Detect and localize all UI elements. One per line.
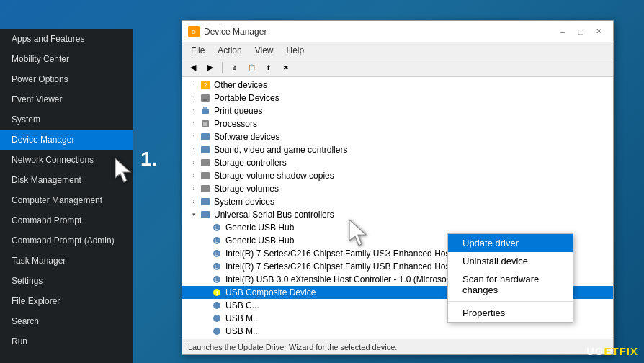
svg-text:U: U [215,277,219,283]
storage-vol-icon [200,183,211,194]
start-menu-cmd[interactable]: Command Prompt [0,210,133,230]
step1-label: 1. [140,148,157,171]
start-menu-system[interactable]: System [0,109,133,130]
svg-text:U: U [215,264,219,270]
start-menu-computer-mgmt[interactable]: Computer Management [0,190,133,210]
start-menu-cmd-admin[interactable]: Command Prompt (Admin) [0,230,133,251]
ctx-update-driver[interactable]: Update driver [448,234,573,252]
start-menu-mobility[interactable]: Mobility Center [0,49,133,69]
storage-shadow-icon [200,170,211,182]
window-controls: – □ ✕ [554,24,607,39]
tree-sound[interactable]: › Sound, video and game controllers [182,143,613,156]
processors-icon [200,118,211,130]
start-menu-file-explorer[interactable]: File Explorer [0,291,133,311]
tree-other-devices[interactable]: › ? Other devices [182,79,613,91]
svg-text:U: U [215,225,219,231]
toolbar: ◀ ▶ 🖥 📋 ⬆ ✖ [182,58,613,77]
intel-usb-icon-3: U [211,274,223,285]
svg-rect-13 [201,159,210,166]
tree-storage-ctrl[interactable]: › Storage controllers [182,156,613,169]
tree-storage-shadow[interactable]: › Storage volume shadow copies [182,169,613,182]
usb-composite-icon: ! [211,287,223,298]
other-devices-icon: ? [200,79,211,91]
titlebar: D Device Manager – □ ✕ [182,21,613,42]
tree-storage-vol[interactable]: › Storage volumes [182,182,613,195]
svg-text:D: D [192,29,196,35]
start-menu-search[interactable]: Search [0,311,133,331]
menu-help[interactable]: Help [281,44,310,57]
usb-m2-icon [211,326,223,337]
tree-usb-controllers[interactable]: ▾ Universal Serial Bus controllers [182,208,613,221]
tree-system-devices[interactable]: › System devices [182,195,613,208]
svg-rect-10 [203,122,207,126]
svg-text:U: U [215,251,219,257]
menu-file[interactable]: File [185,44,210,57]
tree-usb-m2[interactable]: USB M... [182,325,613,338]
window-title: Device Manager [204,27,267,37]
branding-highlight: ETFIX [604,345,638,357]
svg-text:U: U [215,238,219,244]
start-menu-shutdown[interactable]: Shut down or sign out [0,357,133,363]
start-menu-power[interactable]: Power Options [0,69,133,89]
toolbar-back[interactable]: ◀ [185,60,201,75]
svg-rect-6 [203,99,207,101]
start-menu: Apps and Features Mobility Center Power … [0,29,133,363]
svg-point-30 [213,302,220,309]
start-menu-apps[interactable]: Apps and Features [0,29,133,49]
svg-point-31 [213,315,220,322]
storage-ctrl-icon [200,157,211,169]
svg-rect-14 [201,172,210,179]
toolbar-forward[interactable]: ▶ [202,60,218,75]
start-menu-run[interactable]: Run [0,331,133,351]
usb-m1-icon [211,313,223,324]
title-left: D Device Manager [188,26,267,37]
menu-view[interactable]: View [249,44,279,57]
tree-processors[interactable]: › Processors [182,117,613,130]
toolbar-scan[interactable]: 🖥 [226,60,242,75]
portable-icon [200,92,211,104]
desktop: Apps and Features Mobility Center Power … [0,0,644,363]
ctx-properties[interactable]: Properties [448,304,573,322]
intel-usb-icon-2: U [211,261,223,272]
ctx-scan[interactable]: Scan for hardware changes [448,270,573,299]
tree-print[interactable]: › Print queues [182,104,613,117]
svg-rect-15 [201,185,210,192]
svg-rect-7 [202,109,209,114]
tree-usb-m3[interactable]: USB M... [182,338,613,339]
svg-rect-12 [201,146,210,153]
device-manager-window: D Device Manager – □ ✕ File Action View … [182,20,614,355]
start-menu-network[interactable]: Network Connections [0,150,133,170]
usb-c1-icon [211,300,223,311]
ctx-uninstall[interactable]: Uninstall device [448,252,573,270]
context-menu: Update driver Uninstall device Scan for … [447,233,573,323]
intel-usb-icon-1: U [211,248,223,259]
tree-portable[interactable]: › Portable Devices [182,91,613,104]
start-menu-disk[interactable]: Disk Management [0,170,133,190]
tree-generic-hub-1[interactable]: U Generic USB Hub [182,221,613,234]
print-icon [200,105,211,117]
close-button[interactable]: ✕ [590,24,607,39]
start-menu-settings[interactable]: Settings [0,271,133,291]
toolbar-properties[interactable]: 📋 [243,60,259,75]
tree-software[interactable]: › Software devices [182,130,613,143]
svg-rect-17 [201,211,210,218]
usb-controllers-icon [200,209,211,220]
start-menu-device-manager[interactable]: Device Manager [0,130,133,150]
status-text: Launches the Update Driver Wizard for th… [188,343,397,351]
start-menu-event[interactable]: Event Viewer [0,89,133,109]
svg-text:!: ! [216,290,218,296]
maximize-button[interactable]: □ [572,24,589,39]
toolbar-uninstall[interactable]: ✖ [278,60,294,75]
system-devices-icon [200,196,211,207]
toolbar-update[interactable]: ⬆ [261,60,277,75]
svg-rect-8 [203,107,207,109]
toolbar-sep1 [222,62,223,73]
svg-rect-16 [201,198,210,205]
minimize-button[interactable]: – [554,24,571,39]
title-icon: D [188,26,200,37]
menu-action[interactable]: Action [212,44,247,57]
start-menu-task-manager[interactable]: Task Manager [0,251,133,271]
sound-icon [200,144,211,156]
svg-rect-11 [201,133,210,140]
usb-hub-icon-1: U [211,222,223,233]
